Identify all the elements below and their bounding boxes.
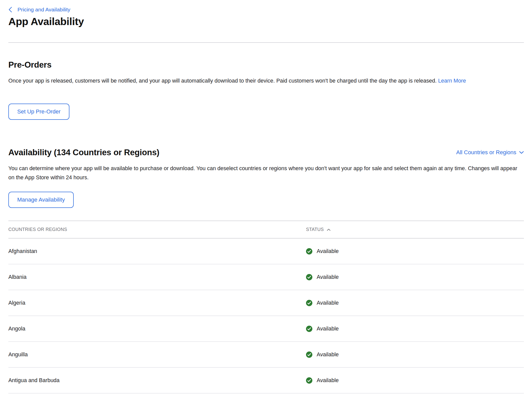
table-row: AnguillaAvailable [8, 342, 524, 368]
status-label: Available [317, 377, 339, 384]
country-filter-dropdown[interactable]: All Countries or Regions [456, 149, 524, 156]
country-name: Angola [8, 326, 303, 332]
available-check-icon [306, 326, 312, 332]
table-row: Antigua and BarbudaAvailable [8, 368, 524, 394]
chevron-left-icon [8, 7, 12, 13]
sort-ascending-icon [327, 229, 331, 231]
country-name: Antigua and Barbuda [8, 377, 303, 384]
status-cell: Available [303, 300, 524, 306]
country-name: Algeria [8, 300, 303, 306]
status-cell: Available [303, 326, 524, 332]
pre-orders-section: Pre-Orders Once your app is released, cu… [8, 60, 524, 120]
status-label: Available [317, 300, 339, 306]
set-up-pre-order-button[interactable]: Set Up Pre-Order [8, 104, 69, 120]
manage-availability-button[interactable]: Manage Availability [8, 192, 74, 208]
title-divider [8, 42, 524, 43]
pre-orders-heading: Pre-Orders [8, 60, 524, 70]
table-row: AfghanistanAvailable [8, 239, 524, 264]
available-check-icon [306, 300, 312, 306]
chevron-down-icon [519, 151, 524, 154]
status-label: Available [317, 274, 339, 280]
availability-heading: Availability (134 Countries or Regions) [8, 148, 159, 157]
table-row: AlgeriaAvailable [8, 290, 524, 316]
availability-header: Availability (134 Countries or Regions) … [8, 148, 524, 157]
status-cell: Available [303, 377, 524, 384]
available-check-icon [306, 248, 312, 254]
column-header-countries[interactable]: COUNTRIES OR REGIONS [8, 227, 303, 232]
status-cell: Available [303, 248, 524, 254]
country-name: Albania [8, 274, 303, 280]
available-check-icon [306, 351, 312, 358]
pre-orders-description-text: Once your app is released, customers wil… [8, 78, 436, 84]
column-header-status[interactable]: STATUS [303, 227, 524, 232]
status-label: Available [317, 326, 339, 332]
availability-description: You can determine where your app will be… [8, 164, 518, 182]
country-name: Anguilla [8, 351, 303, 358]
table-row: AngolaAvailable [8, 316, 524, 342]
status-cell: Available [303, 351, 524, 358]
learn-more-link[interactable]: Learn More [438, 78, 466, 84]
table-header-row: COUNTRIES OR REGIONS STATUS [8, 221, 524, 239]
app-availability-page: Pricing and Availability App Availabilit… [0, 0, 532, 394]
pre-orders-description: Once your app is released, customers wil… [8, 76, 518, 85]
available-check-icon [306, 377, 312, 384]
status-label: Available [317, 351, 339, 358]
country-filter-label[interactable]: All Countries or Regions [456, 149, 516, 156]
status-cell: Available [303, 274, 524, 280]
available-check-icon [306, 274, 312, 280]
table-row: AlbaniaAvailable [8, 264, 524, 290]
availability-section: Availability (134 Countries or Regions) … [8, 148, 524, 394]
country-name: Afghanistan [8, 248, 303, 254]
breadcrumb-label[interactable]: Pricing and Availability [17, 7, 70, 13]
availability-table: COUNTRIES OR REGIONS STATUS AfghanistanA… [8, 221, 524, 394]
availability-table-body: AfghanistanAvailableAlbaniaAvailableAlge… [8, 239, 524, 394]
breadcrumb[interactable]: Pricing and Availability [8, 7, 70, 13]
page-title: App Availability [8, 16, 524, 28]
status-column-label: STATUS [306, 227, 324, 232]
status-label: Available [317, 248, 339, 254]
